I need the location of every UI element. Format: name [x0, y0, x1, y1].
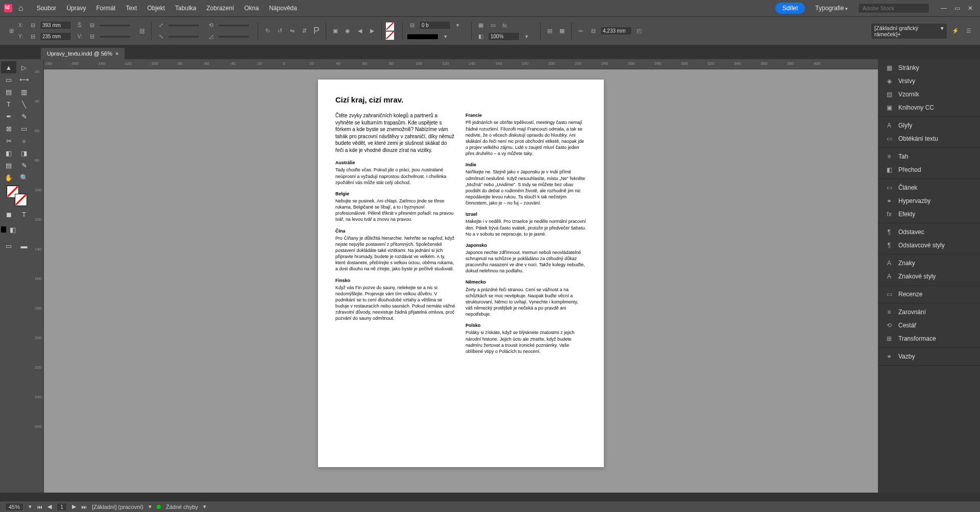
- menu-objekt[interactable]: Objekt: [142, 5, 170, 12]
- free-transform-tool[interactable]: ⟐: [16, 135, 32, 147]
- page-nav-first[interactable]: ⏮: [37, 504, 42, 510]
- minimize-button[interactable]: —: [941, 5, 947, 12]
- stepper-icon[interactable]: ⊟: [87, 32, 97, 42]
- rotate-ccw-icon[interactable]: ↺: [275, 26, 285, 36]
- scale-x-input[interactable]: [168, 24, 200, 27]
- stepper-icon[interactable]: ⊟: [28, 20, 38, 31]
- page-nav-last[interactable]: ⏭: [81, 504, 87, 510]
- menu-upravy[interactable]: Úpravy: [61, 5, 91, 12]
- panel-item[interactable]: ⚭Hypervazby: [878, 194, 980, 208]
- rotate-input[interactable]: [218, 24, 250, 27]
- panel-item[interactable]: AGlyfy: [878, 119, 980, 132]
- dropdown-icon[interactable]: ▾: [29, 503, 32, 510]
- eyedropper-tool[interactable]: ✎: [16, 159, 32, 171]
- stroke-style-swatch[interactable]: [407, 34, 438, 40]
- panel-item[interactable]: ⚭Vazby: [878, 350, 980, 363]
- constrain-icon[interactable]: ⛓: [137, 26, 147, 36]
- select-content-icon[interactable]: ◉: [342, 26, 353, 36]
- menu-napoveda[interactable]: Nápověda: [264, 5, 302, 12]
- dropdown-icon[interactable]: ▾: [522, 32, 532, 42]
- opacity-input[interactable]: 100%: [488, 32, 520, 41]
- stroke-weight-input[interactable]: 0 b: [419, 21, 451, 30]
- dropdown-icon[interactable]: ▾: [440, 32, 451, 42]
- document-page[interactable]: Cizí kraj, cizí mrav. Čtěte zvyky zahran…: [318, 80, 604, 467]
- corner-icon[interactable]: ⬰: [576, 26, 586, 36]
- panel-item[interactable]: AZnaky: [878, 257, 980, 270]
- direct-selection-tool[interactable]: ▷: [16, 61, 32, 73]
- panel-item[interactable]: ≡Tah: [878, 150, 980, 163]
- rotate-cw-icon[interactable]: ↻: [262, 26, 273, 36]
- rotate-icon[interactable]: ⟲: [206, 20, 216, 31]
- quick-apply-icon[interactable]: ⚡: [950, 26, 961, 36]
- page-nav-prev[interactable]: ◀: [47, 503, 52, 510]
- fx-icon[interactable]: fx.: [500, 20, 510, 31]
- page-nav-next[interactable]: ▶: [72, 503, 76, 510]
- pen-tool[interactable]: ✒: [1, 110, 16, 122]
- shear-input[interactable]: [218, 35, 250, 38]
- h-input[interactable]: [99, 35, 131, 38]
- panel-item[interactable]: ¶Odstavec: [878, 225, 980, 239]
- dropdown-icon[interactable]: ▾: [453, 20, 463, 31]
- panel-item[interactable]: AZnakové styly: [878, 270, 980, 283]
- apply-color-icon[interactable]: ◼: [1, 208, 16, 220]
- panel-item[interactable]: ◈Vrstvy: [878, 74, 980, 88]
- apply-none-icon[interactable]: [19, 223, 33, 236]
- panel-item[interactable]: ▤Vzorník: [878, 88, 980, 101]
- effects-icon[interactable]: ▭: [488, 20, 498, 31]
- text-wrap-icon[interactable]: ▤: [545, 26, 555, 36]
- panel-item[interactable]: ▦Stránky: [878, 61, 980, 74]
- fill-stroke-swatch[interactable]: [7, 186, 27, 206]
- stepper-icon[interactable]: ⊟: [588, 26, 598, 36]
- panel-item[interactable]: ◧Přechod: [878, 163, 980, 176]
- dropdown-icon[interactable]: ▾: [149, 503, 152, 510]
- canvas-area[interactable]: Cizí kraj, cizí mrav. Čtěte zvyky zahran…: [44, 69, 878, 493]
- rectangle-tool[interactable]: ▭: [16, 122, 32, 135]
- menu-soubor[interactable]: Soubor: [32, 5, 62, 12]
- fill-none-icon[interactable]: [386, 22, 394, 31]
- panel-item[interactable]: ≡Zarovnání: [878, 305, 980, 319]
- menu-text[interactable]: Text: [120, 5, 142, 12]
- corner-input[interactable]: 4,233 mm: [600, 27, 632, 35]
- x-input[interactable]: 393 mm: [40, 21, 71, 30]
- menu-tabulka[interactable]: Tabulka: [170, 5, 201, 12]
- panel-item[interactable]: ▣Knihovny CC: [878, 101, 980, 114]
- pencil-tool[interactable]: ✎: [16, 110, 32, 122]
- panel-item[interactable]: ▭Obtékání textu: [878, 132, 980, 145]
- text-wrap-icon[interactable]: ▦: [557, 26, 567, 36]
- view-mode-normal[interactable]: ▭: [1, 240, 16, 252]
- close-tab-icon[interactable]: ×: [115, 50, 118, 57]
- reference-point-icon[interactable]: ⊞: [6, 26, 16, 36]
- apply-text-icon[interactable]: T: [16, 208, 32, 220]
- document-tab[interactable]: Upravy_textu.indd @ 56%×: [41, 48, 125, 59]
- close-button[interactable]: ✕: [968, 5, 973, 12]
- scissors-tool[interactable]: ✂: [1, 135, 16, 147]
- stock-search-input[interactable]: [858, 3, 929, 13]
- preflight-status[interactable]: Žádné chyby: [166, 504, 198, 510]
- type-tool[interactable]: T: [1, 98, 16, 110]
- selection-tool[interactable]: ▲: [1, 61, 16, 73]
- share-button[interactable]: Sdílet: [775, 3, 805, 14]
- select-container-icon[interactable]: ▣: [330, 26, 340, 36]
- vertical-ruler[interactable]: 20406080100120140160180200220240260: [34, 59, 44, 493]
- zoom-level[interactable]: 45%: [5, 503, 23, 511]
- gap-tool[interactable]: ⟷: [16, 73, 32, 86]
- select-next-icon[interactable]: ▶: [367, 26, 377, 36]
- stepper-icon[interactable]: ⊟: [87, 20, 97, 31]
- stroke-none-icon[interactable]: [386, 32, 394, 40]
- panel-item[interactable]: ▭Článek: [878, 181, 980, 194]
- panel-item[interactable]: ¶Odstavcové styly: [878, 239, 980, 252]
- note-tool[interactable]: ▤: [1, 159, 16, 171]
- content-placer-tool[interactable]: ▥: [16, 86, 32, 98]
- object-style-select[interactable]: [Základní grafický rámeček]+▾: [871, 23, 947, 39]
- gradient-swatch-tool[interactable]: ◧: [1, 147, 16, 159]
- panel-item[interactable]: ▭Recenze: [878, 288, 980, 301]
- line-tool[interactable]: ╲: [16, 98, 32, 110]
- panel-item[interactable]: ⊞Transformace: [878, 332, 980, 345]
- menu-icon[interactable]: ☰: [964, 26, 974, 36]
- y-input[interactable]: 235 mm: [40, 32, 71, 41]
- rectangle-frame-tool[interactable]: ⊠: [1, 122, 16, 135]
- horizontal-ruler[interactable]: -180-160-140-120-100-80-60-40-2002040608…: [44, 59, 878, 69]
- gradient-feather-tool[interactable]: ◨: [16, 147, 32, 159]
- workspace-switcher[interactable]: Typografie: [815, 5, 848, 12]
- w-input[interactable]: [99, 24, 131, 27]
